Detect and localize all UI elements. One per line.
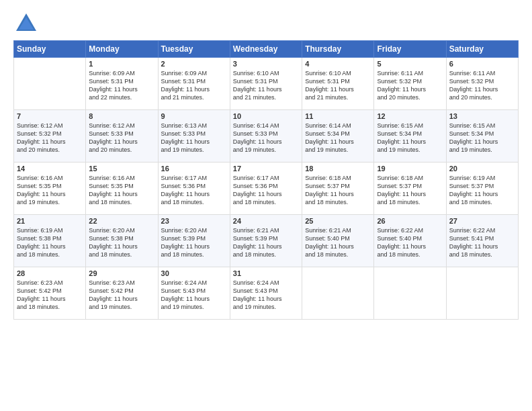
day-info: Sunrise: 6:17 AM Sunset: 5:36 PM Dayligh… [161,174,227,207]
day-number: 12 [377,112,443,120]
calendar-header-monday: Monday [86,41,158,58]
calendar-cell: 30Sunrise: 6:24 AM Sunset: 5:43 PM Dayli… [158,267,230,320]
day-info: Sunrise: 6:11 AM Sunset: 5:32 PM Dayligh… [449,69,515,102]
day-info: Sunrise: 6:20 AM Sunset: 5:38 PM Dayligh… [89,226,154,259]
day-info: Sunrise: 6:14 AM Sunset: 5:33 PM Dayligh… [233,122,299,154]
calendar-cell: 23Sunrise: 6:20 AM Sunset: 5:39 PM Dayli… [158,215,230,267]
calendar-cell: 16Sunrise: 6:17 AM Sunset: 5:36 PM Dayli… [158,163,230,215]
day-number: 10 [233,112,299,120]
calendar-cell: 29Sunrise: 6:23 AM Sunset: 5:42 PM Dayli… [86,267,158,320]
day-number: 7 [17,112,83,120]
page: SundayMondayTuesdayWednesdayThursdayFrid… [0,0,532,411]
calendar-cell [14,58,86,110]
calendar-cell: 19Sunrise: 6:18 AM Sunset: 5:37 PM Dayli… [374,163,446,215]
calendar-cell: 10Sunrise: 6:14 AM Sunset: 5:33 PM Dayli… [230,110,302,163]
calendar-week-2: 7Sunrise: 6:12 AM Sunset: 5:32 PM Daylig… [14,110,519,163]
calendar-cell [302,267,374,320]
calendar-week-3: 14Sunrise: 6:16 AM Sunset: 5:35 PM Dayli… [14,163,519,215]
day-number: 8 [89,112,154,120]
day-number: 24 [233,217,299,225]
calendar-header-row: SundayMondayTuesdayWednesdayThursdayFrid… [14,41,519,58]
calendar-cell: 26Sunrise: 6:22 AM Sunset: 5:40 PM Dayli… [374,215,446,267]
calendar-cell: 6Sunrise: 6:11 AM Sunset: 5:32 PM Daylig… [446,58,518,110]
day-number: 14 [17,165,83,173]
calendar-cell: 17Sunrise: 6:17 AM Sunset: 5:36 PM Dayli… [230,163,302,215]
calendar-cell: 13Sunrise: 6:15 AM Sunset: 5:34 PM Dayli… [446,110,518,163]
day-number: 31 [233,269,299,277]
calendar-cell: 1Sunrise: 6:09 AM Sunset: 5:31 PM Daylig… [86,58,158,110]
day-number: 27 [449,217,515,225]
day-number: 25 [305,217,371,225]
day-number: 29 [89,269,154,277]
calendar-header-tuesday: Tuesday [158,41,230,58]
day-info: Sunrise: 6:16 AM Sunset: 5:35 PM Dayligh… [89,174,154,207]
day-number: 18 [305,165,371,173]
day-number: 6 [449,60,515,68]
day-info: Sunrise: 6:23 AM Sunset: 5:42 PM Dayligh… [89,279,154,312]
day-number: 1 [89,60,154,68]
calendar-week-5: 28Sunrise: 6:23 AM Sunset: 5:42 PM Dayli… [14,267,519,320]
day-info: Sunrise: 6:10 AM Sunset: 5:31 PM Dayligh… [305,69,371,102]
calendar-cell: 24Sunrise: 6:21 AM Sunset: 5:39 PM Dayli… [230,215,302,267]
day-number: 21 [17,217,83,225]
calendar-cell: 27Sunrise: 6:22 AM Sunset: 5:41 PM Dayli… [446,215,518,267]
day-info: Sunrise: 6:22 AM Sunset: 5:40 PM Dayligh… [377,226,443,259]
calendar-week-1: 1Sunrise: 6:09 AM Sunset: 5:31 PM Daylig… [14,58,519,110]
day-number: 13 [449,112,515,120]
day-info: Sunrise: 6:15 AM Sunset: 5:34 PM Dayligh… [377,122,443,154]
day-info: Sunrise: 6:15 AM Sunset: 5:34 PM Dayligh… [449,122,515,154]
day-number: 28 [17,269,83,277]
day-number: 26 [377,217,443,225]
calendar-header-saturday: Saturday [446,41,518,58]
calendar-cell [374,267,446,320]
day-info: Sunrise: 6:10 AM Sunset: 5:31 PM Dayligh… [233,69,299,102]
day-number: 9 [161,112,227,120]
calendar-cell: 5Sunrise: 6:11 AM Sunset: 5:32 PM Daylig… [374,58,446,110]
day-info: Sunrise: 6:18 AM Sunset: 5:37 PM Dayligh… [377,174,443,207]
day-number: 15 [89,165,154,173]
calendar-cell: 4Sunrise: 6:10 AM Sunset: 5:31 PM Daylig… [302,58,374,110]
day-info: Sunrise: 6:17 AM Sunset: 5:36 PM Dayligh… [233,174,299,207]
calendar-cell: 18Sunrise: 6:18 AM Sunset: 5:37 PM Dayli… [302,163,374,215]
day-info: Sunrise: 6:16 AM Sunset: 5:35 PM Dayligh… [17,174,83,207]
calendar-table: SundayMondayTuesdayWednesdayThursdayFrid… [13,40,519,320]
calendar-cell: 31Sunrise: 6:24 AM Sunset: 5:43 PM Dayli… [230,267,302,320]
day-info: Sunrise: 6:20 AM Sunset: 5:39 PM Dayligh… [161,226,227,259]
calendar-cell: 12Sunrise: 6:15 AM Sunset: 5:34 PM Dayli… [374,110,446,163]
day-number: 30 [161,269,227,277]
calendar-cell: 20Sunrise: 6:19 AM Sunset: 5:37 PM Dayli… [446,163,518,215]
day-info: Sunrise: 6:09 AM Sunset: 5:31 PM Dayligh… [89,69,154,102]
day-info: Sunrise: 6:19 AM Sunset: 5:38 PM Dayligh… [17,226,83,259]
logo [13,11,40,35]
day-info: Sunrise: 6:12 AM Sunset: 5:33 PM Dayligh… [89,122,154,154]
day-info: Sunrise: 6:21 AM Sunset: 5:40 PM Dayligh… [305,226,371,259]
day-number: 20 [449,165,515,173]
day-number: 23 [161,217,227,225]
day-info: Sunrise: 6:22 AM Sunset: 5:41 PM Dayligh… [449,226,515,259]
day-number: 5 [377,60,443,68]
calendar-cell: 25Sunrise: 6:21 AM Sunset: 5:40 PM Dayli… [302,215,374,267]
day-info: Sunrise: 6:13 AM Sunset: 5:33 PM Dayligh… [161,122,227,154]
calendar-cell: 9Sunrise: 6:13 AM Sunset: 5:33 PM Daylig… [158,110,230,163]
calendar-cell: 11Sunrise: 6:14 AM Sunset: 5:34 PM Dayli… [302,110,374,163]
calendar-cell: 3Sunrise: 6:10 AM Sunset: 5:31 PM Daylig… [230,58,302,110]
day-info: Sunrise: 6:12 AM Sunset: 5:32 PM Dayligh… [17,122,83,154]
day-info: Sunrise: 6:11 AM Sunset: 5:32 PM Dayligh… [377,69,443,102]
day-number: 2 [161,60,227,68]
header [13,11,519,35]
day-number: 3 [233,60,299,68]
day-number: 19 [377,165,443,173]
calendar-cell [446,267,518,320]
day-info: Sunrise: 6:14 AM Sunset: 5:34 PM Dayligh… [305,122,371,154]
day-info: Sunrise: 6:21 AM Sunset: 5:39 PM Dayligh… [233,226,299,259]
day-info: Sunrise: 6:19 AM Sunset: 5:37 PM Dayligh… [449,174,515,207]
calendar-header-wednesday: Wednesday [230,41,302,58]
day-info: Sunrise: 6:24 AM Sunset: 5:43 PM Dayligh… [233,279,299,312]
day-number: 4 [305,60,371,68]
calendar-cell: 2Sunrise: 6:09 AM Sunset: 5:31 PM Daylig… [158,58,230,110]
calendar-cell: 7Sunrise: 6:12 AM Sunset: 5:32 PM Daylig… [14,110,86,163]
day-number: 22 [89,217,154,225]
calendar-header-thursday: Thursday [302,41,374,58]
calendar-cell: 21Sunrise: 6:19 AM Sunset: 5:38 PM Dayli… [14,215,86,267]
day-number: 11 [305,112,371,120]
